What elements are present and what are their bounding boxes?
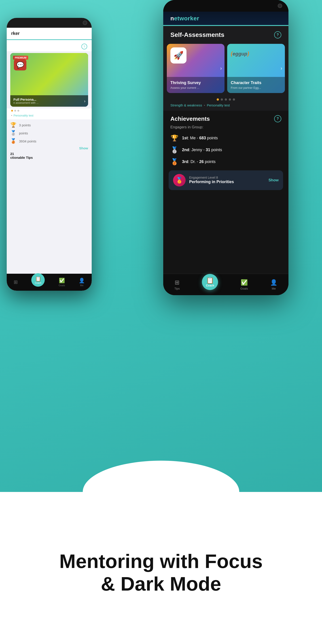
character-card-title: Character Traits xyxy=(231,80,281,85)
nav-tips[interactable]: ⊞ Tips xyxy=(174,279,180,290)
s-achievements: 🏆 3 points 🥈 points 🥉 3934 points Show 2… xyxy=(7,120,92,274)
phone-main-screen: networker Self-Assessments ? 🚀 Thriving … xyxy=(163,0,288,295)
s-tag-personality: Personality test xyxy=(14,114,34,117)
leaderboard-item-2: 🥈 2nd: Jenny - 31 points xyxy=(163,144,288,156)
trophy-3: 🥉 xyxy=(170,158,178,166)
s-me-label: Me xyxy=(80,284,84,287)
dot-1[interactable] xyxy=(217,98,219,100)
character-traits-card[interactable]: (eggup) Character Traits From our partne… xyxy=(227,44,285,93)
tagline-container: Mentoring with Focus & Dark Mode xyxy=(41,550,280,595)
coach-label: Coach xyxy=(206,284,214,287)
tag-strength: Strength & weakness xyxy=(170,103,202,107)
camera-dot xyxy=(278,4,282,8)
self-assessments-header: Self-Assessments ? xyxy=(163,26,288,42)
phone-main: networker Self-Assessments ? 🚀 Thriving … xyxy=(163,0,288,295)
achievements-header: Achievements ? xyxy=(163,111,288,124)
dot-5[interactable] xyxy=(233,98,235,100)
bottom-nav: ⊞ Tips 📋 Coach ✅ Goals 👤 Me xyxy=(163,274,288,295)
thriving-chevron: › xyxy=(220,66,222,71)
nav-coach[interactable]: 📋 Coach xyxy=(202,274,218,290)
assessments-carousel: 🚀 Thriving Survey Assess your current ..… xyxy=(163,42,288,96)
phone-secondary-screen: rker ? PREMIUM 💬 Full Persona... n asses… xyxy=(7,18,92,291)
thriving-survey-card[interactable]: 🚀 Thriving Survey Assess your current ..… xyxy=(167,44,224,93)
s-card[interactable]: PREMIUM 💬 Full Persona... n assessment w… xyxy=(10,53,88,107)
s-chat-icon: 💬 xyxy=(14,59,26,70)
engagement-level: Engagement Level 8 xyxy=(189,176,265,179)
s-nav-tips[interactable]: ⊞ xyxy=(14,279,18,285)
engagement-badge: 🏅 xyxy=(173,174,186,186)
s-nav-me[interactable]: 👤 Me xyxy=(79,278,85,287)
s-camera-dot xyxy=(83,20,87,25)
thriving-card-title: Thriving Survey xyxy=(170,80,221,85)
leaderboard-item-3: 🥉 3rd: Dr. - 26 points xyxy=(163,156,288,168)
leaderboard-item-1: 🏆 1st: Me - 683 points xyxy=(163,132,288,144)
achievements-title: Achievements xyxy=(170,116,210,122)
dot-2[interactable] xyxy=(221,98,223,100)
tag-personality: Personality test xyxy=(207,103,230,107)
s-nav-goals[interactable]: ✅ Goals xyxy=(58,278,65,287)
lb-text-2: 2nd: Jenny - 31 points xyxy=(182,148,222,152)
tag-sep: • xyxy=(204,103,205,107)
dot-3[interactable] xyxy=(225,98,227,100)
s-coach-label: Coach xyxy=(35,282,41,284)
leaderboard-label: Engagers in Group: xyxy=(163,124,288,132)
me-label: Me xyxy=(272,287,276,290)
s-dots xyxy=(7,108,92,113)
s-card-title: Full Persona... xyxy=(14,98,85,101)
app-title-accent: etworker xyxy=(174,15,199,22)
engagement-info: Engagement Level 8 Performing in Priorit… xyxy=(189,176,265,184)
s-bottom-nav: ⊞ 📋 Coach ✅ Goals 👤 Me xyxy=(7,274,92,291)
s-trophy-1: 🏆 xyxy=(10,122,16,128)
s-dot-3[interactable] xyxy=(18,110,19,112)
s-card-body: Full Persona... n assessment with ... xyxy=(10,95,88,107)
s-points-1: 3 points xyxy=(19,123,31,127)
s-dot-1[interactable] xyxy=(11,110,13,112)
s-points-3: 3934 points xyxy=(19,139,36,143)
thriving-icon: 🚀 xyxy=(170,48,186,64)
tagline-text: Mentoring with Focus & Dark Mode xyxy=(59,550,262,595)
phone-secondary: rker ? PREMIUM 💬 Full Persona... n asses… xyxy=(7,18,92,291)
thriving-card-sub: Assess your current ... xyxy=(170,86,221,90)
s-app-header: rker xyxy=(7,28,92,39)
s-tags: • Personality test xyxy=(7,113,92,120)
engagement-show-btn[interactable]: Show xyxy=(268,178,278,182)
s-trophy-2: 🥈 xyxy=(10,130,16,136)
s-chevron: › xyxy=(84,99,86,104)
s-lb-1: 🏆 3 points xyxy=(10,122,88,128)
s-goals-icon: ✅ xyxy=(59,278,65,284)
eggup-logo: (eggup) xyxy=(231,50,249,57)
dot-4[interactable] xyxy=(229,98,231,100)
tags-row: Strength & weakness • Personality test xyxy=(163,102,288,111)
bottom-section: Mentoring with Focus & Dark Mode xyxy=(0,492,322,644)
s-coach-icon: 📋 xyxy=(35,276,41,282)
character-card-body: Character Traits From our partner Egg... xyxy=(227,77,285,93)
lb-text-1: 1st: Me - 683 points xyxy=(182,136,218,140)
thriving-card-body: Thriving Survey Assess your current ... xyxy=(167,77,224,93)
achievements-help-icon[interactable]: ? xyxy=(274,115,281,122)
me-icon: 👤 xyxy=(270,279,277,286)
self-assessments-help-icon[interactable]: ? xyxy=(274,31,281,38)
s-dot-2[interactable] xyxy=(14,110,16,112)
s-tag-sep: • xyxy=(11,114,12,117)
bottom-cloud xyxy=(83,461,239,523)
nav-me[interactable]: 👤 Me xyxy=(270,279,277,290)
engagement-card: 🏅 Engagement Level 8 Performing in Prior… xyxy=(168,170,283,190)
carousel-dots xyxy=(163,96,288,102)
trophy-1: 🏆 xyxy=(170,134,178,142)
lb-text-3: 3rd: Dr. - 26 points xyxy=(182,160,216,164)
s-nav-coach[interactable]: 📋 Coach xyxy=(31,273,45,287)
app-header: networker xyxy=(163,12,288,25)
phone-secondary-frame: rker ? PREMIUM 💬 Full Persona... n asses… xyxy=(7,18,92,291)
s-points-2: points xyxy=(19,131,28,135)
s-help-icon[interactable]: ? xyxy=(82,44,87,50)
s-show-btn[interactable]: Show xyxy=(10,146,88,150)
nav-goals[interactable]: ✅ Goals xyxy=(240,279,248,290)
tips-label: Tips xyxy=(174,287,180,290)
character-chevron: › xyxy=(281,66,282,71)
s-tips-icon: ⊞ xyxy=(14,279,18,285)
s-section-header: ? xyxy=(7,40,92,51)
s-goals-label: Goals xyxy=(58,284,65,287)
trophy-2: 🥈 xyxy=(170,146,178,154)
engagement-title: Performing in Priorities xyxy=(189,179,265,184)
s-lb-2: 🥈 points xyxy=(10,130,88,136)
